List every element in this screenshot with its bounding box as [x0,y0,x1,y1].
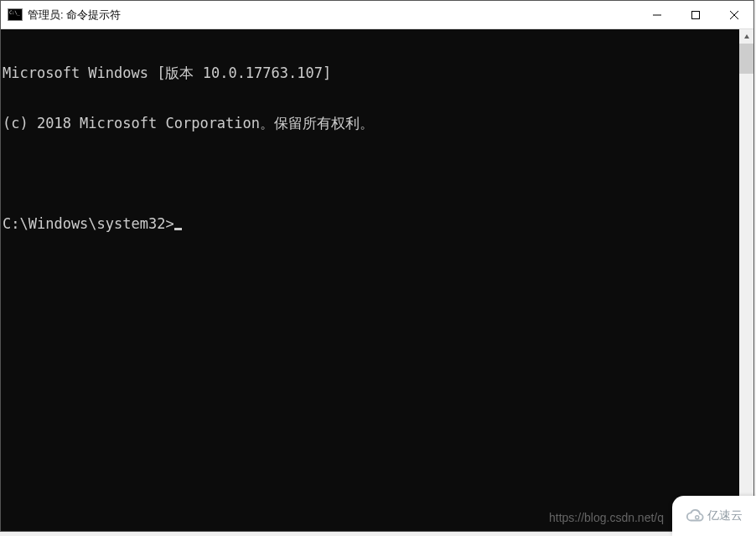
brand-name: 亿速云 [707,508,743,523]
minimize-button[interactable] [638,1,676,29]
scroll-up-button[interactable] [739,29,753,44]
svg-rect-1 [692,11,700,18]
svg-marker-4 [744,34,749,39]
command-prompt-window: 管理员: 命令提示符 Microsoft Windows [版本 10.0.17… [0,0,754,532]
titlebar[interactable]: 管理员: 命令提示符 [1,1,753,29]
window-title: 管理员: 命令提示符 [28,8,121,23]
output-line: Microsoft Windows [版本 10.0.17763.107] [3,64,739,81]
vertical-scrollbar[interactable] [739,29,753,531]
cloud-icon [686,507,704,525]
prompt-text: C:\Windows\system32> [3,215,174,232]
blank-line [3,165,739,182]
svg-point-6 [696,516,699,519]
scrollbar-thumb[interactable] [739,44,753,74]
scrollbar-track[interactable] [739,44,753,517]
maximize-button[interactable] [676,1,715,29]
brand-badge: 亿速云 [672,496,756,536]
output-line: (c) 2018 Microsoft Corporation。保留所有权利。 [3,115,739,131]
client-area: Microsoft Windows [版本 10.0.17763.107] (c… [1,29,753,531]
terminal-output[interactable]: Microsoft Windows [版本 10.0.17763.107] (c… [1,29,739,531]
cursor-icon [174,228,182,230]
close-button[interactable] [715,1,753,29]
watermark-url: https://blog.csdn.net/q [549,511,664,524]
prompt-line: C:\Windows\system32> [3,215,739,232]
cmd-icon [8,8,23,21]
